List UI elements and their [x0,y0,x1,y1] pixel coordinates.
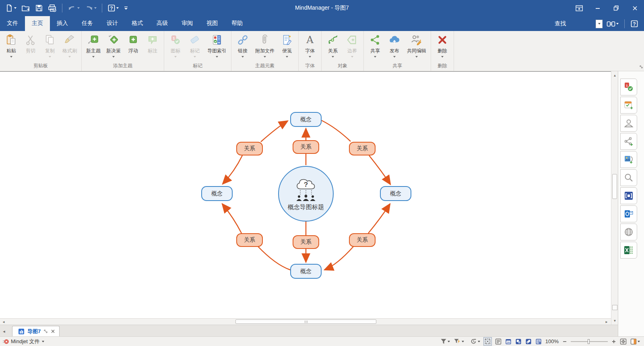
topic-elements-dialog-launcher[interactable] [639,65,643,69]
save-button[interactable] [34,3,44,13]
zoom-level[interactable]: 100% [545,338,559,344]
tab-help[interactable]: 帮助 [225,16,250,31]
sidebar-tab-map-parts[interactable] [620,187,637,204]
edge-bottomleft-relation-to-left-concept[interactable] [222,204,242,233]
help-box-icon[interactable]: ? [630,20,638,28]
attach-file-button[interactable]: 附加文件 [252,32,277,58]
relation-node-top-center[interactable]: 关系 [293,140,319,154]
zoom-out-button[interactable] [562,339,567,344]
concept-node-top[interactable]: 概念 [290,112,322,127]
new-document-dropdown[interactable] [14,7,17,9]
tab-format[interactable]: 格式 [125,16,150,31]
edge-bottomright-relation-to-right-concept[interactable] [368,204,390,233]
coedit-button[interactable]: 共同编辑 [404,32,429,58]
restore-button[interactable] [607,0,625,16]
tab-view[interactable]: 视图 [200,16,225,31]
tab-review[interactable]: 审阅 [175,16,200,31]
concept-node-right[interactable]: 概念 [380,186,411,201]
edge-top-concept-to-topright-relation[interactable] [322,120,351,141]
sidebar-tab-tasks[interactable] [620,97,637,114]
help-dropdown[interactable] [116,7,119,9]
link-button[interactable]: 链接 [233,32,252,58]
ribbon-display-options-button[interactable] [570,0,588,16]
sidebar-tab-web[interactable] [620,224,637,240]
icon-view-button[interactable] [515,338,522,345]
relation-node-bottom-right[interactable]: 关系 [349,233,376,247]
sidebar-tab-contacts[interactable] [620,115,637,132]
central-topic[interactable]: ? 概念导图标题 [278,166,334,222]
new-decision-button[interactable]: 新决策 [103,32,124,58]
tab-home[interactable]: 主页 [25,16,50,31]
paste-button[interactable]: 粘贴 [2,32,21,58]
view-select-mode-button[interactable] [484,338,491,345]
filter-button[interactable] [440,338,450,344]
show-panels-button[interactable] [630,338,640,345]
tab-advanced[interactable]: 高级 [150,16,175,31]
tab-design[interactable]: 设计 [100,16,125,31]
doc-tab-float-icon[interactable] [43,329,48,334]
note-button[interactable]: 便笺 [277,32,297,58]
publish-button[interactable]: 发布 [385,32,404,58]
new-topic-button[interactable]: 新主题 [83,32,103,58]
share-button[interactable]: 共享 [365,32,385,58]
sidebar-tab-search[interactable] [620,169,637,186]
scroll-right-arrow[interactable]: ► [604,319,609,325]
scroll-left-arrow[interactable]: ◄ [1,319,6,325]
power-filter-button[interactable] [454,338,464,344]
sidebar-tab-relationships[interactable] [620,133,637,150]
scroll-down-arrow[interactable]: ▼ [611,317,618,324]
scroll-up-arrow[interactable]: ▲ [611,72,618,79]
zoom-in-button[interactable] [611,339,616,344]
refresh-view-button[interactable] [470,338,480,345]
edge-topleft-relation-to-top-concept[interactable] [261,121,288,142]
help-button[interactable]: ? [106,3,120,13]
relation-node-bottom-left[interactable]: 关系 [236,233,263,247]
schedule-view-button[interactable]: 24 [505,338,512,345]
split-view-button[interactable] [612,305,617,310]
file-status-menu[interactable]: Mindjet 文件 [0,338,44,345]
delete-button[interactable]: 删除 [433,32,452,58]
find-dropdown[interactable] [616,23,619,25]
find-label[interactable]: 查找 [555,20,566,27]
open-file-button[interactable] [20,3,31,13]
find-scope-dropdown[interactable] [596,20,603,28]
vertical-scrollbar[interactable]: ▲ ▼ [611,71,618,325]
concept-node-bottom[interactable]: 概念 [290,264,322,279]
document-tab-active[interactable]: 导图7 [12,326,60,336]
floating-topic-button[interactable]: 浮动 [124,32,143,55]
file-status-dropdown[interactable] [42,341,44,342]
edge-topleft-relation-to-left-concept[interactable] [223,155,242,184]
edge-bottom-concept-to-bottomleft-relation[interactable] [258,246,290,270]
notes-view-button[interactable] [535,338,542,345]
print-button[interactable] [47,3,58,13]
new-document-button[interactable] [4,3,18,13]
relationship-button[interactable]: 关系 [323,32,343,58]
fit-map-button[interactable] [620,338,627,345]
relation-node-top-right[interactable]: 关系 [349,142,376,155]
customize-toolbar-button[interactable] [122,4,130,12]
close-button[interactable] [625,0,644,16]
map-index-button[interactable]: 导图索引 [204,32,229,58]
zoom-slider[interactable] [571,341,608,342]
doc-tab-close-icon[interactable] [51,329,55,334]
tag-view-button[interactable] [525,338,532,345]
map-canvas[interactable]: 概念 概念 概念 概念 关系 关系 关系 关系 关系 关系 ? 概念导图标题 [0,71,611,318]
edge-bottomright-relation-to-bottom-concept[interactable] [324,247,353,270]
relation-node-top-left[interactable]: 关系 [236,142,263,155]
horizontal-scrollbar[interactable]: ◄ ► [0,318,611,325]
relation-node-bottom-center[interactable]: 关系 [293,235,319,249]
minimize-button[interactable] [588,0,607,16]
outline-view-button[interactable] [495,338,502,345]
tab-task[interactable]: 任务 [75,16,100,31]
vertical-scroll-thumb[interactable] [612,174,617,199]
sidebar-tab-excel[interactable] [620,242,637,259]
sidebar-tab-outlook[interactable] [620,205,637,222]
sidebar-tab-markers[interactable]: 1 [620,79,637,95]
zoom-slider-handle[interactable] [588,339,590,344]
concept-node-left[interactable]: 概念 [201,186,233,201]
find-button[interactable] [607,20,619,27]
tab-insert[interactable]: 插入 [50,16,75,31]
tab-file[interactable]: 文件 [0,16,25,31]
horizontal-scroll-thumb[interactable] [235,319,376,324]
doc-tab-nav-left[interactable]: ◄ [0,327,8,336]
